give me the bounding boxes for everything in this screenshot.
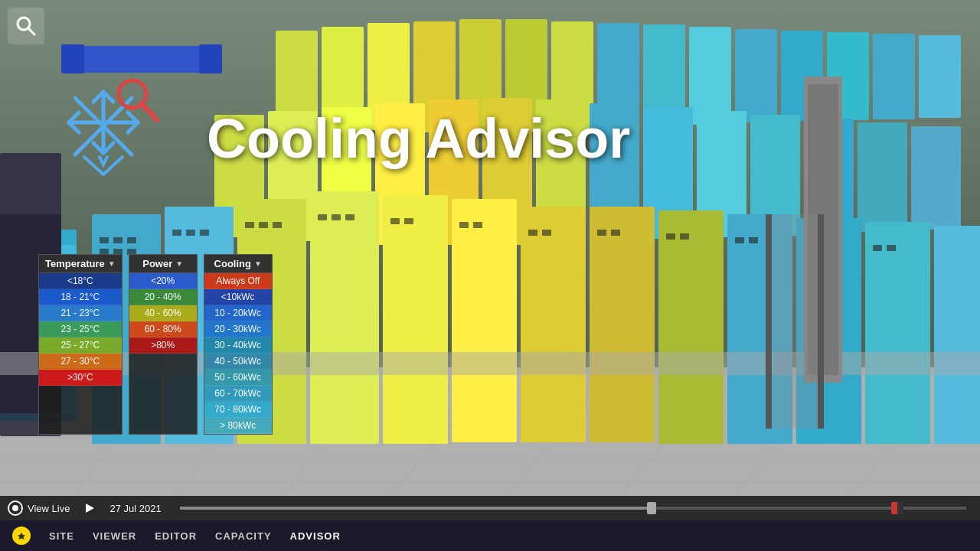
svg-rect-79 [473,222,482,228]
temp-item-gt30: >30°C [39,370,122,386]
timeline-thumb[interactable] [647,502,656,514]
svg-rect-95 [199,44,222,73]
svg-rect-91 [887,245,896,251]
svg-rect-90 [873,245,882,251]
svg-rect-43 [911,126,961,230]
svg-rect-29 [919,35,961,118]
svg-rect-28 [873,34,915,119]
nav-logo [12,527,31,545]
svg-rect-77 [404,218,413,224]
view-live-button[interactable]: View Live [8,500,70,516]
cooling-legend[interactable]: Cooling ▼ Always Off <10kWc 10 - 20kWc 2… [204,254,273,435]
cooling-item-lt10: <10kWc [204,289,272,305]
cooling-item-always-off: Always Off [204,273,272,289]
power-item-gt80: >80% [129,337,197,354]
svg-rect-56 [658,210,724,444]
nav-item-editor[interactable]: EDITOR [155,530,197,542]
svg-rect-59 [865,222,930,444]
svg-rect-52 [383,195,448,444]
cooling-item-40-50: 40 - 50kWc [204,354,272,370]
nav-item-site[interactable]: SITE [49,530,74,542]
cooling-item-20-30: 20 - 30kWc [204,321,272,337]
svg-rect-94 [61,44,84,73]
nav-bar: SITE VIEWER EDITOR CAPACITY ADVISOR [0,520,980,551]
svg-rect-42 [858,122,907,232]
power-item-lt20: <20% [129,273,197,289]
svg-rect-99 [773,214,819,429]
nav-item-viewer[interactable]: VIEWER [93,530,136,542]
svg-rect-69 [200,230,209,236]
cooling-item-10-20: 10 - 20kWc [204,305,272,321]
temperature-legend[interactable]: Temperature ▼ <18°C 18 - 21°C 21 - 23°C … [38,254,122,435]
svg-rect-86 [735,237,744,243]
svg-rect-53 [452,199,517,442]
svg-rect-81 [542,230,551,236]
temp-item-18-21: 18 - 21°C [39,289,122,305]
bottom-toolbar: View Live 27 Jul 2021 [0,496,980,520]
svg-rect-75 [345,214,354,220]
svg-rect-76 [390,218,400,224]
timeline-fill [180,507,652,510]
svg-rect-93 [69,46,214,73]
svg-rect-71 [259,222,268,228]
svg-rect-61 [100,237,109,243]
nav-item-capacity[interactable]: CAPACITY [215,530,271,542]
svg-line-102 [28,28,34,34]
svg-rect-100 [818,214,824,429]
svg-rect-68 [186,230,195,236]
svg-rect-70 [245,222,254,228]
svg-rect-51 [310,191,379,444]
main-viewport: Cooling Advisor Temperature ▼ <18°C 18 -… [0,0,980,496]
cooling-item-70-80: 70 - 80kWc [204,402,272,418]
svg-rect-24 [689,27,731,125]
svg-rect-84 [666,233,675,240]
temp-item-lt18: <18°C [39,273,122,289]
power-legend-header[interactable]: Power ▼ [129,255,197,273]
svg-rect-54 [521,207,586,442]
power-dropdown-arrow: ▼ [175,259,183,268]
cooling-icon-group [61,84,161,187]
date-label: 27 Jul 2021 [109,503,161,514]
temp-item-23-25: 23 - 25°C [39,321,122,337]
temperature-legend-label: Temperature [45,258,105,269]
svg-rect-78 [459,222,469,228]
cooling-item-50-60: 50 - 60kWc [204,370,272,386]
cooling-dropdown-arrow: ▼ [254,259,262,268]
svg-rect-60 [934,226,980,444]
temp-item-25-27: 25 - 27°C [39,337,122,354]
power-item-20-40: 20 - 40% [129,289,197,305]
svg-rect-98 [766,214,772,429]
svg-rect-63 [127,237,136,243]
cooling-item-30-40: 30 - 40kWc [204,337,272,354]
cooling-legend-label: Cooling [214,258,251,269]
temperature-legend-header[interactable]: Temperature ▼ [39,255,122,273]
timeline-track[interactable] [180,507,966,510]
svg-rect-72 [273,222,282,228]
svg-point-117 [12,505,18,511]
cooling-item-gt80: > 80kWc [204,418,272,434]
svg-rect-80 [528,230,537,236]
play-button[interactable] [82,500,97,516]
cooling-item-60-70: 60 - 70kWc [204,386,272,402]
temp-item-27-30: 27 - 30°C [39,354,122,370]
svg-rect-25 [735,29,777,122]
svg-rect-73 [318,214,327,220]
svg-rect-87 [749,237,758,243]
view-live-icon [8,500,23,516]
timeline-marker [891,502,903,514]
power-item-40-60: 40 - 60% [129,305,197,321]
power-item-60-80: 60 - 80% [129,321,197,337]
search-icon-button[interactable] [8,8,44,44]
view-live-label: View Live [28,503,70,514]
svg-rect-82 [597,230,606,236]
svg-rect-15 [276,31,318,122]
temp-item-21-23: 21 - 23°C [39,305,122,321]
legend-container: Temperature ▼ <18°C 18 - 21°C 21 - 23°C … [38,254,273,435]
cooling-legend-header[interactable]: Cooling ▼ [204,255,272,273]
svg-rect-74 [332,214,341,220]
svg-rect-67 [172,230,181,236]
svg-rect-83 [611,230,620,236]
power-legend[interactable]: Power ▼ <20% 20 - 40% 40 - 60% 60 - 80% … [129,254,198,435]
nav-item-advisor[interactable]: ADVISOR [290,530,341,542]
temperature-dropdown-arrow: ▼ [108,259,116,268]
